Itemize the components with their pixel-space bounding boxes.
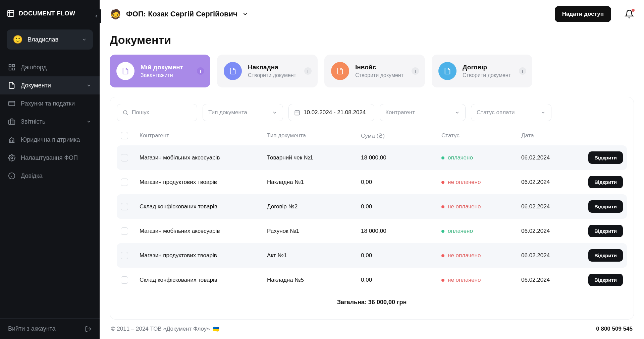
select-all-checkbox[interactable] xyxy=(121,132,128,139)
table-header: Контрагент Тип документа Сума (₴) Статус… xyxy=(117,126,627,145)
chevron-down-icon xyxy=(82,37,87,42)
search-filter[interactable] xyxy=(117,104,197,121)
org-name: ФОП: Козак Сергій Сергійович xyxy=(126,10,237,18)
sidebar-item-label: Довідка xyxy=(21,173,92,180)
sidebar-item-6[interactable]: Довідка xyxy=(0,167,100,185)
card-icon xyxy=(8,100,15,107)
row-checkbox[interactable] xyxy=(121,203,128,210)
row-checkbox[interactable] xyxy=(121,154,128,161)
sidebar-item-label: Звітність xyxy=(21,118,81,125)
col-type: Тип документа xyxy=(267,132,361,139)
sidebar-item-1[interactable]: Документи xyxy=(0,76,100,94)
info-icon[interactable]: i xyxy=(304,67,312,75)
svg-rect-9 xyxy=(9,120,15,124)
card-subtitle: Створити документ xyxy=(248,72,296,78)
sidebar-item-3[interactable]: Звітність xyxy=(0,113,100,131)
cell-date: 06.02.2024 xyxy=(521,179,588,186)
gear-icon xyxy=(8,154,15,161)
date-filter[interactable]: 10.02.2024 - 21.08.2024 xyxy=(288,104,374,121)
card-subtitle: Створити документ xyxy=(355,72,404,78)
org-avatar-emoji: 🧔 xyxy=(110,9,121,20)
agent-filter[interactable]: Контрагент xyxy=(380,104,466,121)
table-row: Магазин мобільних аксесуарів Товарний че… xyxy=(117,145,627,170)
sidebar-item-4[interactable]: Юридична підтримка xyxy=(0,131,100,149)
status-filter[interactable]: Статус оплати xyxy=(471,104,551,121)
calendar-icon xyxy=(294,110,300,116)
card-title: Договір xyxy=(463,64,511,71)
open-button[interactable]: Відкрити xyxy=(588,151,623,164)
open-button[interactable]: Відкрити xyxy=(588,176,623,188)
cell-status: не оплачено xyxy=(441,203,521,210)
document-icon xyxy=(116,62,135,80)
sidebar-item-label: Налаштування ФОП xyxy=(21,154,92,161)
briefcase-icon xyxy=(8,118,15,125)
grant-access-button[interactable]: Надати доступ xyxy=(555,6,611,22)
sidebar-item-label: Рахунки та податки xyxy=(21,100,92,107)
sidebar-item-2[interactable]: Рахунки та податки xyxy=(0,94,100,113)
row-checkbox[interactable] xyxy=(121,252,128,259)
row-checkbox[interactable] xyxy=(121,179,128,186)
card-title: Мій документ xyxy=(141,64,183,71)
cell-amount: 0,00 xyxy=(361,252,441,259)
document-icon xyxy=(224,62,242,80)
col-status: Статус xyxy=(441,132,521,139)
notifications-button[interactable] xyxy=(625,9,634,19)
doc-card-2[interactable]: Інвойс Створити документ i xyxy=(324,55,425,87)
sidebar-item-label: Юридична підтримка xyxy=(21,136,92,143)
date-range: 10.02.2024 - 21.08.2024 xyxy=(304,109,366,116)
sidebar-item-0[interactable]: Дашборд xyxy=(0,58,100,76)
svg-point-17 xyxy=(123,111,127,114)
info-icon[interactable]: i xyxy=(519,67,526,75)
logout-label: Вийти з аккаунта xyxy=(8,325,56,332)
document-icon xyxy=(438,62,457,80)
cell-date: 06.02.2024 xyxy=(521,154,588,161)
svg-rect-0 xyxy=(8,10,14,16)
doc-card-0[interactable]: Мій документ Завантажити i xyxy=(110,55,210,87)
info-icon[interactable]: i xyxy=(412,67,419,75)
cell-amount: 18 000,00 xyxy=(361,154,441,161)
flag-icon: 🇺🇦 xyxy=(213,326,219,332)
open-button[interactable]: Відкрити xyxy=(588,249,623,262)
bank-icon xyxy=(8,136,15,143)
open-button[interactable]: Відкрити xyxy=(588,225,623,237)
type-filter-label: Тип документа xyxy=(208,109,247,116)
chevron-down-icon[interactable] xyxy=(242,11,248,17)
svg-rect-19 xyxy=(295,111,300,115)
documents-panel: Тип документа 10.02.2024 - 21.08.2024 Ко… xyxy=(110,97,634,320)
chevron-down-icon xyxy=(86,119,92,124)
cell-amount: 0,00 xyxy=(361,203,441,210)
card-subtitle: Завантажити xyxy=(141,72,183,78)
row-checkbox[interactable] xyxy=(121,227,128,235)
svg-rect-4 xyxy=(12,65,14,67)
doc-card-3[interactable]: Договір Створити документ i xyxy=(432,55,532,87)
cell-type: Накладна №5 xyxy=(267,277,361,283)
chevron-down-icon xyxy=(272,110,277,115)
sidebar-item-5[interactable]: Налаштування ФОП xyxy=(0,149,100,167)
document-icon xyxy=(331,62,349,80)
doc-card-1[interactable]: Накладна Створити документ i xyxy=(217,55,318,87)
svg-rect-6 xyxy=(9,68,11,70)
page-title: Документи xyxy=(110,33,634,47)
cell-amount: 0,00 xyxy=(361,179,441,186)
document-icon xyxy=(8,82,15,89)
type-filter[interactable]: Тип документа xyxy=(203,104,283,121)
cell-agent: Магазин продуктових твоарів xyxy=(140,179,267,186)
table-row: Магазин продуктових твоарів Накладна №1 … xyxy=(117,170,627,194)
search-input[interactable] xyxy=(132,109,192,116)
cell-status: оплачено xyxy=(441,154,521,161)
status-dot-icon xyxy=(441,254,444,257)
cell-status: оплачено xyxy=(441,228,521,234)
svg-line-18 xyxy=(127,114,128,115)
svg-rect-5 xyxy=(12,68,14,70)
col-agent: Контрагент xyxy=(140,132,267,139)
open-button[interactable]: Відкрити xyxy=(588,274,623,286)
sidebar-collapse-button[interactable] xyxy=(92,9,101,23)
info-icon[interactable]: i xyxy=(197,67,204,75)
logout-icon xyxy=(85,326,92,332)
user-card[interactable]: 🙂 Владислав xyxy=(7,29,93,50)
sidebar: DOCUMENT FLOW 🙂 Владислав Дашборд Докуме… xyxy=(0,0,100,339)
open-button[interactable]: Відкрити xyxy=(588,200,623,213)
row-checkbox[interactable] xyxy=(121,276,128,284)
status-dot-icon xyxy=(441,279,444,282)
logout-button[interactable]: Вийти з аккаунта xyxy=(0,318,100,339)
